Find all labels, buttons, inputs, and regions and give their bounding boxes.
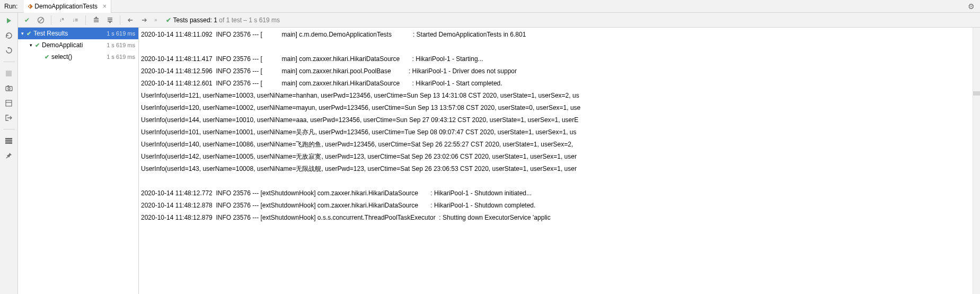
gear-icon[interactable]: ⚙: [968, 2, 975, 11]
console-line: UserInfo(userId=142, userName=10005, use…: [141, 151, 973, 163]
tree-node-class[interactable]: ▾ ✔ DemoApplicati 1 s 619 ms: [18, 39, 138, 51]
run-icon[interactable]: [4, 16, 14, 25]
tree-time: 1 s 619 ms: [107, 54, 135, 60]
collapse-all-icon[interactable]: [104, 14, 116, 26]
test-status: ✔ Tests passed: 1 of 1 test – 1 s 619 ms: [166, 16, 280, 24]
svg-rect-8: [5, 142, 12, 144]
scroll-mark: [973, 91, 980, 96]
check-icon: ✔: [27, 30, 31, 37]
tree-time: 1 s 619 ms: [107, 30, 135, 37]
tree-root[interactable]: ▾ ✔ Test Results 1 s 619 ms: [18, 28, 138, 39]
next-icon[interactable]: [138, 14, 150, 26]
svg-rect-7: [5, 140, 12, 142]
exit-icon[interactable]: [4, 113, 14, 123]
stop-icon[interactable]: [4, 68, 14, 78]
svg-rect-0: [6, 71, 12, 76]
console-line: 2020-10-14 11:48:11.092 INFO 23576 --- […: [141, 29, 973, 41]
tree-label: Test Results: [33, 30, 107, 37]
console-line: 2020-10-14 11:48:12.596 INFO 23576 --- […: [141, 65, 973, 77]
console-line: UserInfo(userId=121, userName=10003, use…: [141, 90, 973, 102]
sort-duration-icon[interactable]: ↓≡: [69, 14, 81, 26]
svg-line-9: [6, 157, 8, 158]
console-line: UserInfo(userId=120, userName=10002, use…: [141, 102, 973, 114]
show-ignored-icon[interactable]: [35, 14, 47, 26]
console-line: 2020-10-14 11:48:12.879 INFO 23576 --- […: [141, 212, 973, 224]
prev-icon[interactable]: [125, 14, 136, 26]
test-toolbar: ✔ ↓ª ↓≡ » ✔ Tests passed: 1 of 1 test – …: [18, 13, 980, 28]
console-line: 2020-10-14 11:48:12.878 INFO 23576 --- […: [141, 200, 973, 212]
console-line: UserInfo(userId=144, userName=10010, use…: [141, 114, 973, 126]
show-passed-icon[interactable]: ✔: [21, 14, 33, 26]
chevron-right-icon: »: [154, 17, 157, 23]
run-tab[interactable]: ⬗ DemoApplicationTests ×: [24, 0, 111, 13]
test-config-icon: ⬗: [28, 3, 32, 10]
run-label: Run:: [0, 3, 24, 10]
tree-node-method[interactable]: ✔ select() 1 s 619 ms: [18, 51, 138, 63]
layout-icon[interactable]: [4, 98, 14, 108]
pin-icon[interactable]: [4, 151, 14, 160]
tree-label: DemoApplicati: [42, 41, 107, 49]
svg-rect-1: [6, 87, 12, 91]
svg-rect-4: [6, 100, 12, 106]
tree-label: select(): [51, 53, 107, 60]
console-line: UserInfo(userId=101, userName=10001, use…: [141, 126, 973, 139]
sort-alpha-icon[interactable]: ↓ª: [56, 14, 67, 26]
svg-point-2: [8, 88, 10, 90]
console-line: UserInfo(userId=143, userName=10008, use…: [141, 163, 973, 175]
expand-all-icon[interactable]: [90, 14, 102, 26]
rerun-failed-icon[interactable]: [4, 31, 14, 40]
check-icon: ✔: [35, 42, 40, 49]
title-bar: Run: ⬗ DemoApplicationTests × ⚙: [0, 0, 980, 13]
test-tree[interactable]: ▾ ✔ Test Results 1 s 619 ms ▾ ✔ DemoAppl…: [18, 28, 139, 294]
console-line: 2020-10-14 11:48:12.772 INFO 23576 --- […: [141, 187, 973, 200]
toggle-auto-test-icon[interactable]: [4, 46, 14, 55]
console-output[interactable]: 2020-10-14 11:48:11.092 INFO 23576 --- […: [139, 28, 973, 294]
restore-layout-icon[interactable]: [4, 136, 14, 145]
console-line: [141, 224, 973, 236]
svg-rect-6: [5, 138, 12, 140]
svg-line-11: [39, 18, 43, 22]
console-line: 2020-10-14 11:48:11.417 INFO 23576 --- […: [141, 53, 973, 65]
status-detail: of 1 test – 1 s 619 ms: [217, 16, 280, 24]
status-passed: Tests passed: 1: [173, 16, 217, 24]
console-line: [141, 41, 973, 53]
tab-title: DemoApplicationTests: [34, 3, 98, 10]
chevron-down-icon[interactable]: ▾: [21, 31, 27, 36]
chevron-down-icon[interactable]: ▾: [30, 42, 35, 48]
console-line: [141, 175, 973, 187]
console-line: UserInfo(userId=140, userName=10086, use…: [141, 139, 973, 151]
camera-icon[interactable]: [4, 83, 14, 93]
console-line: 2020-10-14 11:48:12.601 INFO 23576 --- […: [141, 77, 973, 90]
check-icon: ✔: [45, 54, 49, 60]
svg-rect-3: [7, 85, 9, 87]
check-icon: ✔: [166, 16, 171, 24]
close-icon[interactable]: ×: [103, 3, 107, 10]
tree-time: 1 s 619 ms: [107, 42, 135, 48]
scrollbar-marker-strip[interactable]: [973, 28, 980, 294]
left-gutter: [0, 13, 18, 294]
